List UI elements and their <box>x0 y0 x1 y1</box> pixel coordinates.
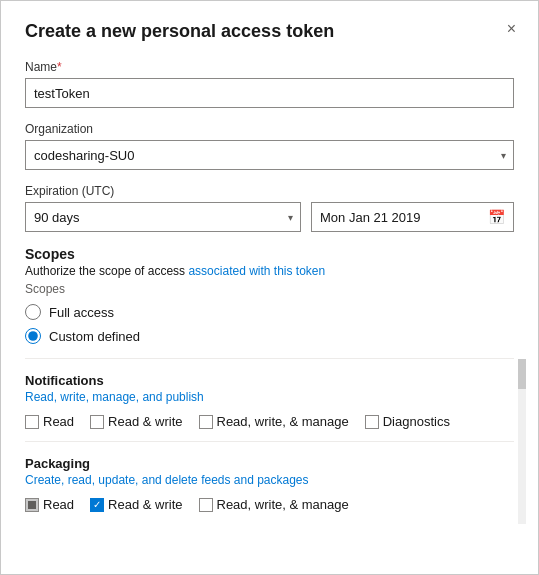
packaging-description: Create, read, update, and delete feeds a… <box>25 473 514 487</box>
date-input[interactable] <box>320 210 488 225</box>
notifications-diagnostics-checkbox[interactable] <box>365 415 379 429</box>
notifications-title: Notifications <box>25 373 514 388</box>
packaging-read-checkbox[interactable] <box>25 498 39 512</box>
packaging-read-write-manage-label: Read, write, & manage <box>217 497 349 512</box>
notifications-read-write-manage-item: Read, write, & manage <box>199 414 349 429</box>
packaging-read-write-manage-checkbox[interactable] <box>199 498 213 512</box>
calendar-icon[interactable]: 📅 <box>488 209 505 225</box>
scroll-thumb[interactable] <box>518 359 526 389</box>
notifications-section: Notifications Read, write, manage, and p… <box>25 359 514 442</box>
expiration-select-wrapper: 90 days ▾ <box>25 202 301 232</box>
packaging-title: Packaging <box>25 456 514 471</box>
notifications-diagnostics-item: Diagnostics <box>365 414 450 429</box>
scopes-section: Scopes Authorize the scope of access ass… <box>25 246 514 344</box>
packaging-section: Packaging Create, read, update, and dele… <box>25 442 514 524</box>
scrollable-area: Notifications Read, write, manage, and p… <box>25 358 514 524</box>
scopes-sub-label: Scopes <box>25 282 514 296</box>
notifications-checkbox-row: Read Read & write Read, write, & manage … <box>25 414 514 429</box>
expiration-label: Expiration (UTC) <box>25 184 514 198</box>
organization-field-group: Organization codesharing-SU0 ▾ <box>25 122 514 170</box>
custom-defined-option[interactable]: Custom defined <box>25 328 514 344</box>
organization-label: Organization <box>25 122 514 136</box>
notifications-read-write-manage-checkbox[interactable] <box>199 415 213 429</box>
notifications-read-label: Read <box>43 414 74 429</box>
packaging-read-write-manage-item: Read, write, & manage <box>199 497 349 512</box>
name-label: Name* <box>25 60 514 74</box>
notifications-diagnostics-label: Diagnostics <box>383 414 450 429</box>
packaging-checkbox-row: Read Read & write Read, write, & manage <box>25 497 514 512</box>
notifications-read-checkbox[interactable] <box>25 415 39 429</box>
packaging-read-write-item: Read & write <box>90 497 182 512</box>
notifications-read-write-item: Read & write <box>90 414 182 429</box>
full-access-radio[interactable] <box>25 304 41 320</box>
notifications-read-item: Read <box>25 414 74 429</box>
notifications-read-write-label: Read & write <box>108 414 182 429</box>
expiration-field-group: Expiration (UTC) 90 days ▾ 📅 <box>25 184 514 232</box>
expiration-select[interactable]: 90 days <box>25 202 301 232</box>
full-access-option[interactable]: Full access <box>25 304 514 320</box>
date-input-wrapper: 📅 <box>311 202 514 232</box>
packaging-read-item: Read <box>25 497 74 512</box>
expiration-row: 90 days ▾ 📅 <box>25 202 514 232</box>
organization-select-wrapper: codesharing-SU0 ▾ <box>25 140 514 170</box>
full-access-label: Full access <box>49 305 114 320</box>
create-token-modal: Create a new personal access token × Nam… <box>0 0 539 575</box>
scopes-description: Authorize the scope of access associated… <box>25 264 514 278</box>
custom-defined-radio[interactable] <box>25 328 41 344</box>
notifications-read-write-manage-label: Read, write, & manage <box>217 414 349 429</box>
organization-select[interactable]: codesharing-SU0 <box>25 140 514 170</box>
packaging-read-label: Read <box>43 497 74 512</box>
custom-defined-label: Custom defined <box>49 329 140 344</box>
packaging-read-write-checkbox[interactable] <box>90 498 104 512</box>
close-button[interactable]: × <box>503 19 520 39</box>
name-input[interactable] <box>25 78 514 108</box>
scroll-track[interactable] <box>518 359 526 524</box>
packaging-read-write-label: Read & write <box>108 497 182 512</box>
modal-title: Create a new personal access token <box>25 21 514 42</box>
notifications-description: Read, write, manage, and publish <box>25 390 514 404</box>
name-field-group: Name* <box>25 60 514 108</box>
scopes-title: Scopes <box>25 246 514 262</box>
notifications-read-write-checkbox[interactable] <box>90 415 104 429</box>
